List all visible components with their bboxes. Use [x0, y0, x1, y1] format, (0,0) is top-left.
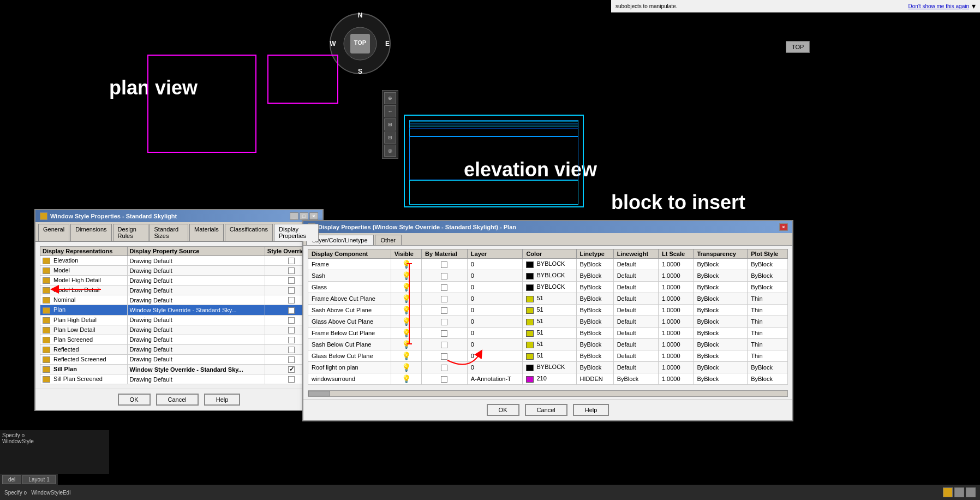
dp-cell-by-material[interactable]	[422, 259, 468, 270]
dp-cell-lt-scale: 1.0000	[658, 293, 693, 305]
dp-cell-visible[interactable]: 💡	[391, 316, 421, 328]
wsp-cell-source: Drawing Default	[127, 256, 265, 266]
wsp-cell-name: Plan High Detail	[40, 315, 128, 325]
dp-tabs: Layer/Color/Linetype Other	[303, 233, 792, 246]
wsp-table-row[interactable]: Model Drawing Default	[40, 266, 318, 276]
wsp-table-row[interactable]: Reflected Screened Drawing Default	[40, 354, 318, 364]
dp-cell-by-material[interactable]	[422, 350, 468, 362]
wsp-table-body: Elevation Drawing Default Model Drawing …	[40, 256, 318, 384]
wsp-cell-source: Drawing Default	[127, 344, 265, 354]
dp-scroll-thumb[interactable]	[308, 391, 330, 396]
dp-cell-by-material[interactable]	[422, 270, 468, 282]
wsp-title: Window Style Properties - Standard Skyli…	[50, 213, 177, 219]
tab-model[interactable]: del	[2, 475, 21, 484]
dp-cell-visible[interactable]: 💡	[391, 339, 421, 350]
wsp-cell-name: Plan	[40, 305, 128, 315]
wsp-table-row[interactable]: Plan Low Detail Drawing Default	[40, 325, 318, 335]
dp-cell-visible[interactable]: 💡	[391, 270, 421, 282]
status-bar: Specify o WindowStyleEdi	[0, 485, 980, 500]
dp-cell-component: windowsurround	[308, 373, 391, 385]
wsp-tab-standard-sizes[interactable]: Standard Sizes	[150, 224, 189, 241]
dp-table-row[interactable]: Frame Above Cut Plane 💡 0 51 ByBlock Def…	[308, 293, 788, 305]
svg-text:W: W	[330, 40, 336, 47]
dp-cell-visible[interactable]: 💡	[391, 350, 421, 362]
svg-text:S: S	[358, 68, 362, 75]
wsp-table-row[interactable]: Model Low Detail Drawing Default	[40, 285, 318, 295]
dp-cell-by-material[interactable]	[422, 339, 468, 350]
dp-cell-visible[interactable]: 💡	[391, 259, 421, 270]
dp-col-lineweight: Lineweight	[613, 249, 658, 259]
dp-cell-color: BYBLOCK	[523, 270, 576, 282]
dp-cell-by-material[interactable]	[422, 316, 468, 328]
wsp-tab-classifications[interactable]: Classifications	[225, 224, 273, 241]
wsp-tab-materials[interactable]: Materials	[189, 224, 224, 241]
dp-table-row[interactable]: Frame 💡 0 BYBLOCK ByBlock Default 1.0000…	[308, 259, 788, 270]
dp-cancel-btn[interactable]: Cancel	[525, 404, 567, 416]
wsp-tab-display-props[interactable]: Display Properties	[274, 224, 319, 241]
dp-cell-by-material[interactable]	[422, 373, 468, 385]
dp-table-row[interactable]: Sash Above Cut Plane 💡 0 51 ByBlock Defa…	[308, 305, 788, 316]
wsp-table-row[interactable]: Sill Plan Window Style Override - Standa…	[40, 365, 318, 374]
dp-cell-by-material[interactable]	[422, 305, 468, 316]
dp-table-row[interactable]: Sash 💡 0 BYBLOCK ByBlock Default 1.0000 …	[308, 270, 788, 282]
dp-table-row[interactable]: Glass Below Cut Plane 💡 0 51 ByBlock Def…	[308, 350, 788, 362]
toolbar-btn-4[interactable]: ⊟	[384, 132, 396, 144]
dp-cell-visible[interactable]: 💡	[391, 293, 421, 305]
wsp-close-btn[interactable]: ×	[309, 212, 318, 220]
wsp-cell-source: Drawing Default	[127, 276, 265, 285]
dp-table-row[interactable]: Glass Above Cut Plane 💡 0 51 ByBlock Def…	[308, 316, 788, 328]
dp-cell-visible[interactable]: 💡	[391, 362, 421, 373]
dp-cell-component: Glass	[308, 282, 391, 293]
dp-table-row[interactable]: windowsurround 💡 A-Annotation-T 210 HIDD…	[308, 373, 788, 385]
toolbar-btn-2[interactable]: ↔	[384, 105, 396, 117]
wsp-tab-design-rules[interactable]: Design Rules	[113, 224, 148, 241]
wsp-cancel-btn[interactable]: Cancel	[156, 394, 199, 406]
dp-cell-visible[interactable]: 💡	[391, 373, 421, 385]
dp-help-btn[interactable]: Help	[573, 404, 609, 416]
dp-cell-visible[interactable]: 💡	[391, 282, 421, 293]
dp-table-row[interactable]: Frame Below Cut Plane 💡 0 51 ByBlock Def…	[308, 328, 788, 339]
wsp-table-row[interactable]: Nominal Drawing Default	[40, 295, 318, 305]
wsp-table-row[interactable]: Plan Screened Drawing Default	[40, 335, 318, 344]
dp-cell-transparency: ByBlock	[694, 373, 748, 385]
wsp-table-row[interactable]: Elevation Drawing Default	[40, 256, 318, 266]
dp-cell-color: BYBLOCK	[523, 259, 576, 270]
top-view-button[interactable]: TOP	[786, 41, 810, 53]
dp-scrollbar[interactable]	[308, 390, 788, 397]
svg-text:E: E	[385, 40, 390, 47]
toolbar-btn-1[interactable]: ⊕	[384, 92, 396, 104]
wsp-table-row[interactable]: Sill Plan Screened Drawing Default	[40, 374, 318, 384]
notification-close[interactable]: ▾	[972, 2, 976, 10]
wsp-tab-general[interactable]: General	[38, 224, 69, 241]
tab-layout1[interactable]: Layout 1	[22, 475, 55, 484]
wsp-table-row[interactable]: Plan High Detail Drawing Default	[40, 315, 318, 325]
dp-cell-by-material[interactable]	[422, 362, 468, 373]
dp-cell-by-material[interactable]	[422, 282, 468, 293]
dp-tab-other[interactable]: Other	[375, 235, 402, 245]
wsp-cell-name: Plan Low Detail	[40, 325, 128, 335]
wsp-table-row[interactable]: Reflected Drawing Default	[40, 344, 318, 354]
dp-cell-by-material[interactable]	[422, 328, 468, 339]
dp-table-row[interactable]: Roof light on plan 💡 0 BYBLOCK ByBlock D…	[308, 362, 788, 373]
wsp-maximize-btn[interactable]: □	[300, 212, 308, 220]
dp-table-row[interactable]: Glass 💡 0 BYBLOCK ByBlock Default 1.0000…	[308, 282, 788, 293]
dp-cell-plot-style: ByBlock	[748, 282, 788, 293]
dp-cell-lineweight: Default	[613, 362, 658, 373]
wsp-ok-btn[interactable]: OK	[118, 394, 151, 406]
notification-link[interactable]: Don't show me this again	[909, 3, 969, 9]
wsp-help-btn[interactable]: Help	[204, 394, 241, 406]
dp-cell-visible[interactable]: 💡	[391, 328, 421, 339]
dp-cell-component: Frame Below Cut Plane	[308, 328, 391, 339]
dp-table-row[interactable]: Sash Below Cut Plane 💡 0 51 ByBlock Defa…	[308, 339, 788, 350]
wsp-tab-dimensions[interactable]: Dimensions	[70, 224, 111, 241]
wsp-table-row[interactable]: Model High Detail Drawing Default	[40, 276, 318, 285]
dp-close-btn[interactable]: ×	[779, 223, 788, 231]
dp-cell-visible[interactable]: 💡	[391, 305, 421, 316]
wsp-minimize-btn[interactable]: _	[290, 212, 298, 220]
dp-ok-btn[interactable]: OK	[487, 404, 519, 416]
wsp-table-row[interactable]: Plan Window Style Override - Standard Sk…	[40, 305, 318, 315]
toolbar-btn-3[interactable]: ⊞	[384, 118, 396, 130]
dp-cell-by-material[interactable]	[422, 293, 468, 305]
toolbar-btn-5[interactable]: ◎	[384, 145, 396, 157]
notification-text: subobjects to manipulate.	[616, 3, 677, 9]
